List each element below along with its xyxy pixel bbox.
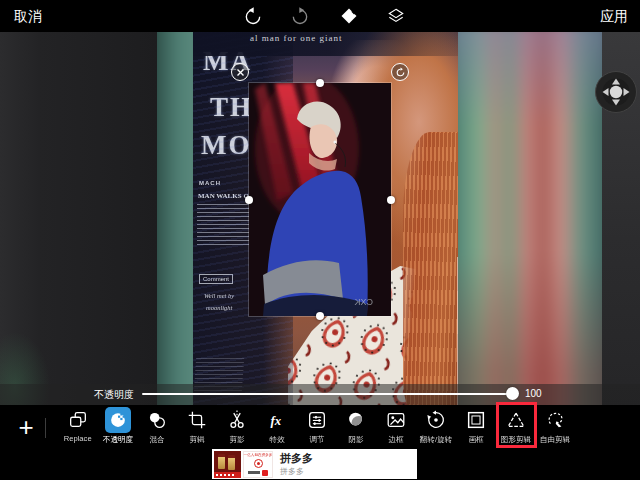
newspaper-letters: TH xyxy=(210,92,253,123)
effects-icon: fx xyxy=(264,407,290,433)
overlay-image-boy[interactable]: CXK xyxy=(249,83,391,316)
layers-icon xyxy=(386,6,406,26)
blurred-edge-left xyxy=(157,32,193,408)
newspaper-kicker: MACH xyxy=(199,180,221,186)
opacity-icon xyxy=(105,407,131,433)
redo-icon xyxy=(290,6,310,26)
tool-adjust[interactable]: 调节 xyxy=(297,407,337,453)
tool-label: 剪辑 xyxy=(190,434,205,444)
tool-label: 剪影 xyxy=(229,434,244,444)
ad-promo-text: 一亿人都在拼多多 xyxy=(244,452,273,457)
ad-banner[interactable]: 一亿人都在拼多多 拼多多 拼多多 xyxy=(212,449,417,479)
tool-replace[interactable]: Replace xyxy=(58,407,98,453)
ad-promo-row xyxy=(248,470,268,476)
tool-label: 画框 xyxy=(468,434,483,444)
tool-label: Replace xyxy=(64,434,92,443)
svg-text:fx: fx xyxy=(270,414,281,428)
flip-rotate-icon xyxy=(423,407,449,433)
blurred-edge-right xyxy=(458,32,602,408)
replace-icon xyxy=(65,407,91,433)
tool-free-crop[interactable]: 自由剪辑 xyxy=(536,407,576,453)
ad-price-strip xyxy=(214,472,241,478)
add-button[interactable]: + xyxy=(10,411,42,445)
tool-label: 调节 xyxy=(309,434,324,444)
tool-blend[interactable]: 混合 xyxy=(138,407,178,453)
newspaper-top-headline: al man for one giant xyxy=(250,33,342,43)
toolbar-divider xyxy=(45,418,46,438)
top-bar: 取消 应用 xyxy=(0,0,640,32)
newspaper-caption: Well met by xyxy=(204,292,234,299)
redo-button[interactable] xyxy=(290,6,310,26)
tool-crop[interactable]: 剪辑 xyxy=(177,407,217,453)
tool-label: 阴影 xyxy=(349,434,364,444)
shadow-icon xyxy=(343,407,369,433)
resize-handle-top[interactable] xyxy=(316,79,324,87)
opacity-slider-thumb[interactable] xyxy=(506,387,519,400)
free-crop-icon xyxy=(542,407,568,433)
ad-subtitle: 拼多多 xyxy=(280,467,313,477)
close-icon xyxy=(236,68,245,77)
tool-label: 边框 xyxy=(389,434,404,444)
eraser-icon xyxy=(339,6,359,26)
tool-border[interactable]: 边框 xyxy=(376,407,416,453)
tool-effects[interactable]: fx特效 xyxy=(257,407,297,453)
cutout-icon xyxy=(224,407,250,433)
opacity-slider-row: 不透明度 100 xyxy=(0,384,640,405)
position-dpad[interactable] xyxy=(594,70,638,114)
resize-handle-right[interactable] xyxy=(387,196,395,204)
opacity-slider-value: 100 xyxy=(525,388,542,399)
ad-title: 拼多多 xyxy=(280,452,313,465)
adjust-icon xyxy=(304,407,330,433)
opacity-slider-track[interactable] xyxy=(142,393,510,395)
layers-button[interactable] xyxy=(386,6,406,26)
tool-label: 特效 xyxy=(269,434,284,444)
newspaper-text-lines xyxy=(197,204,251,248)
ad-text-block: 拼多多 拼多多 xyxy=(280,452,313,477)
tool-cutout[interactable]: 剪影 xyxy=(217,407,257,453)
resize-handle-bottom[interactable] xyxy=(316,312,324,320)
crop-icon xyxy=(184,407,210,433)
newspaper-letters: MO xyxy=(201,130,252,161)
ad-seal-graphic xyxy=(254,459,263,468)
ad-product-image xyxy=(214,451,241,478)
undo-icon xyxy=(243,6,263,26)
photo-editor-app: MA TH MO MACH MAN WALKS ON Comment Well … xyxy=(0,0,640,480)
tool-label: 自由剪辑 xyxy=(540,434,570,444)
tool-label: 混合 xyxy=(150,434,165,444)
overlay-watermark: CXK xyxy=(354,297,373,307)
border-icon xyxy=(383,407,409,433)
tool-frame[interactable]: 画框 xyxy=(456,407,496,453)
newspaper-caption: moonlight xyxy=(206,304,232,311)
blend-icon xyxy=(144,407,170,433)
tool-opacity[interactable]: 不透明度 xyxy=(98,407,138,453)
cancel-button[interactable]: 取消 xyxy=(14,0,42,32)
canvas-letterbox-left xyxy=(0,32,157,408)
undo-button[interactable] xyxy=(243,6,263,26)
ad-promo-image: 一亿人都在拼多多 xyxy=(243,451,273,478)
remove-overlay-handle[interactable] xyxy=(231,63,249,81)
eraser-button[interactable] xyxy=(339,6,359,26)
tool-flip-rotate[interactable]: 翻转/旋转 xyxy=(416,407,456,453)
ad-bottle-graphic xyxy=(228,455,235,470)
tool-label: 翻转/旋转 xyxy=(420,434,453,444)
resize-handle-left[interactable] xyxy=(245,196,253,204)
newspaper-comment-box: Comment xyxy=(199,274,233,284)
rotate-icon xyxy=(395,67,406,78)
tool-shadow[interactable]: 阴影 xyxy=(337,407,377,453)
frame-icon xyxy=(463,407,489,433)
ad-bottle-graphic xyxy=(218,454,225,469)
rotate-overlay-handle[interactable] xyxy=(391,63,409,81)
apply-button[interactable]: 应用 xyxy=(600,0,628,32)
shape-crop-highlight-box xyxy=(496,402,537,448)
opacity-slider-label: 不透明度 xyxy=(88,388,134,402)
girl-hair-strands xyxy=(403,132,458,408)
tool-label: 不透明度 xyxy=(102,434,132,444)
dpad-icon xyxy=(594,70,638,114)
